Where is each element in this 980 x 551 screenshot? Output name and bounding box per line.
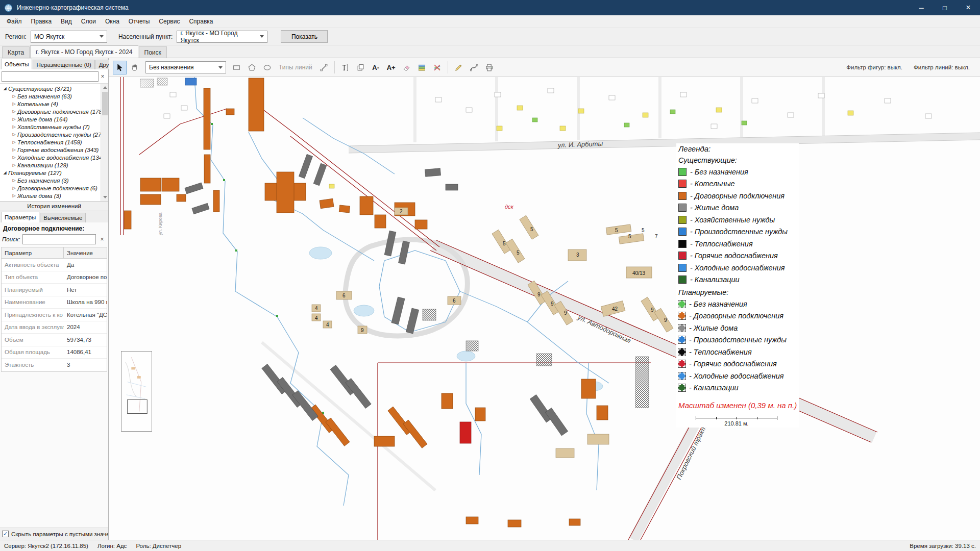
menu-item[interactable]: Файл [2,16,27,27]
legend-item-label: - Канализации [690,276,740,284]
font-decrease-button[interactable]: A- [369,61,383,74]
tree-expander-icon[interactable]: ▷ [11,109,17,114]
parameters-tab[interactable]: Вычисляемые [40,213,86,222]
parameters-search-input[interactable] [22,234,96,244]
history-button[interactable]: История изменений [0,201,108,211]
clear-search-icon[interactable]: × [99,73,107,80]
text-tool-button[interactable] [338,61,352,74]
parameter-name: Тип объекта [2,274,64,280]
measure-tool-button[interactable] [452,61,465,74]
pan-tool-button[interactable] [128,61,142,74]
tree-item[interactable]: ▷ Котельные (4) [0,100,108,108]
tree-item[interactable]: ▷ Горячие водоснабжения (343) [0,146,108,154]
tree-item[interactable]: ▷ Канализации (129) [0,161,108,169]
overview-minimap[interactable] [121,351,152,432]
minimize-button[interactable]: ─ [910,0,933,15]
column-header-parameter[interactable]: Параметр [2,247,64,258]
hide-empty-checkbox[interactable]: ✓ [2,531,9,537]
rectangle-tool-button[interactable] [230,61,243,74]
show-button[interactable]: Показать [281,30,328,43]
close-button[interactable]: × [957,0,980,15]
filter-status: Фильтр фигур: выкл. Фильтр линий: выкл. [846,64,976,70]
table-row[interactable]: Принадлежность к ко Котельная "ДСК [2,309,107,321]
print-button[interactable] [482,61,496,74]
menu-item[interactable]: Окна [101,16,124,27]
tree-expander-icon[interactable]: ▷ [11,132,17,137]
clear-search-icon[interactable]: × [98,236,106,243]
menu-item[interactable]: Слои [77,16,101,27]
minimap-canvas[interactable] [121,352,152,431]
region-select[interactable]: МО Якутск [31,31,107,43]
table-row[interactable]: Общая площадь 14086,41 [2,346,107,359]
tree-item[interactable]: ▷ Без назначения (63) [0,92,108,100]
tree-expander-icon[interactable]: ▷ [11,155,17,160]
objects-search-input[interactable] [2,71,99,82]
copy-tool-button[interactable] [354,61,368,74]
tree-item[interactable]: ▷ Жилые дома (164) [0,115,108,123]
pointer-tool-button[interactable] [113,61,127,74]
table-row[interactable]: Объем 59734,73 [2,334,107,346]
tree-expander-icon[interactable]: ▷ [11,186,17,190]
tree-item[interactable]: ▷ Без назначения (3) [0,177,108,184]
table-row[interactable]: Этажность 3 [2,359,107,371]
purpose-select[interactable]: Без назначения [145,61,226,73]
menu-item[interactable]: Вид [56,16,77,27]
tree-expander-icon[interactable]: ▷ [11,178,17,183]
objects-search-row: × [0,69,108,84]
table-row[interactable]: Наименование Школа на 990 м [2,296,107,309]
tree-expander-icon[interactable]: ▷ [11,140,17,144]
tree-expander-icon[interactable]: ▷ [11,124,17,129]
parameters-tab[interactable]: Параметры [1,212,39,222]
svg-text:9: 9 [537,292,541,297]
tree-item[interactable]: ▷ Теплоснабжения (1459) [0,138,108,146]
menu-item[interactable]: Справка [184,16,217,27]
table-row[interactable]: Тип объекта Договорное под [2,271,107,284]
tree-scrollbar[interactable] [101,84,108,201]
tree-item[interactable]: ▷ Производственные нужды (27) [0,131,108,138]
document-tab[interactable]: Карта [2,46,30,58]
menu-item[interactable]: Сервис [154,16,184,27]
line-tool-button[interactable] [317,61,331,74]
map-canvas[interactable]: ул. И. Арбитыул. АвтодорожнаяПокровский … [109,77,980,540]
objects-panel-tab[interactable]: Объекты [1,59,32,69]
minimap-viewport[interactable] [128,399,148,413]
font-increase-button[interactable]: A+ [384,61,398,74]
tree-expander-icon[interactable]: ▷ [11,147,17,152]
tree-expander-icon[interactable]: ▷ [11,117,17,121]
scrollbar-thumb[interactable] [102,92,108,115]
tree-expander-icon[interactable]: ◢ [2,170,8,175]
tree-expander-icon[interactable]: ▷ [11,102,17,106]
tree-item[interactable]: ◢ Существующие (3721) [0,85,108,92]
table-row[interactable]: Планируемый Нет [2,284,107,296]
settlement-select[interactable]: г. Якутск - МО Город Якутск [177,31,267,43]
ellipse-tool-button[interactable] [260,61,274,74]
polyline-tool-button[interactable] [467,61,481,74]
layers-colors-button[interactable] [415,61,429,74]
menu-item[interactable]: Отчеты [124,16,154,27]
hide-lines-button[interactable] [430,61,444,74]
tree-item[interactable]: ◢ Планируемые (127) [0,169,108,177]
document-tab[interactable]: Поиск [139,46,167,58]
eraser-tool-button[interactable] [400,61,413,74]
tree-item[interactable]: ▷ Жилые дома (3) [0,192,108,199]
tree-expander-icon[interactable]: ▷ [11,163,17,167]
tree-item[interactable]: ▷ Холодные водоснабжения (1347) [0,154,108,161]
tree-item[interactable]: ▷ Договорные подключения (6) [0,184,108,192]
svg-text:7: 7 [655,234,658,239]
table-row[interactable]: Активность объекта Да [2,259,107,271]
scroll-down-icon[interactable] [103,196,107,198]
maximize-button[interactable]: □ [933,0,957,15]
tree-item[interactable]: ▷ Хозяйственные нужды (7) [0,123,108,131]
polygon-tool-button[interactable] [245,61,259,74]
tree-expander-icon[interactable]: ◢ [2,86,8,91]
scroll-up-icon[interactable] [103,86,107,89]
column-header-value[interactable]: Значение [64,247,107,258]
legend-swatch-planned [678,312,685,319]
tree-expander-icon[interactable]: ▷ [11,193,17,198]
document-tab[interactable]: г. Якутск - МО Город Якутск - 2024 [30,45,138,58]
objects-panel-tab[interactable]: Неразмещенные (0) [33,60,94,69]
tree-expander-icon[interactable]: ▷ [11,94,17,98]
table-row[interactable]: Дата ввода в эксплуат 2024 [2,321,107,334]
menu-item[interactable]: Правка [27,16,57,27]
tree-item[interactable]: ▷ Договорные подключения (178) [0,108,108,115]
